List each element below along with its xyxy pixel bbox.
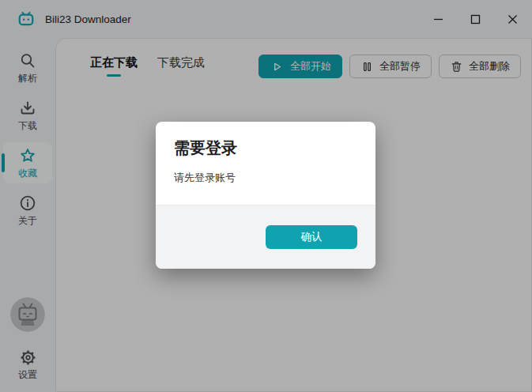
- dialog-footer: 确认: [156, 205, 375, 269]
- dialog-message: 请先登录账号: [174, 171, 357, 185]
- app-window: Bili23 Downloader: [0, 0, 532, 392]
- confirm-button[interactable]: 确认: [266, 225, 357, 249]
- dialog-body: 需要登录 请先登录账号: [156, 122, 375, 205]
- login-required-dialog: 需要登录 请先登录账号 确认: [156, 122, 375, 269]
- dialog-title: 需要登录: [174, 138, 357, 159]
